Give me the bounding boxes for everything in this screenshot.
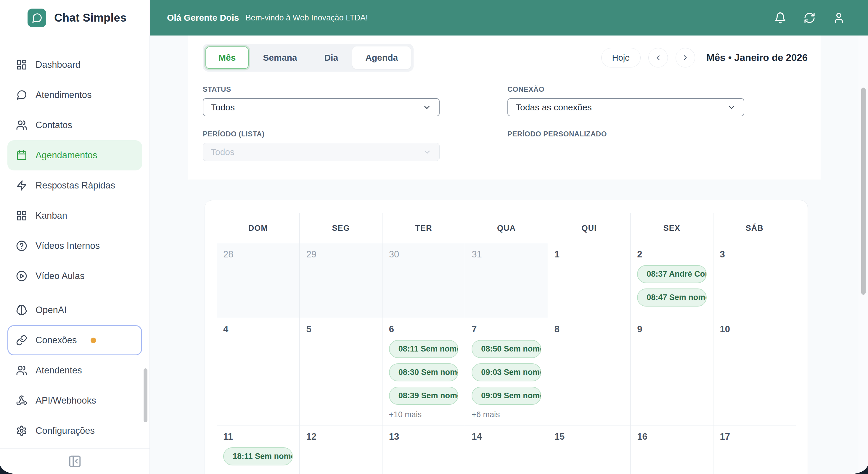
day-cell-11[interactable]: 1118:11 Sem nome [217,425,299,474]
page-scrollbar-track[interactable] [859,35,868,474]
sidebar-item-openai[interactable]: OpenAI [7,295,142,325]
sidebar-item-respostas-rapidas[interactable]: Respostas Rápidas [7,170,142,200]
users-icon [16,120,27,131]
refresh-icon [803,12,815,24]
day-cell-7[interactable]: 708:50 Sem nome09:03 Sem nome09:09 Sem n… [465,318,547,425]
brain-icon [16,305,27,316]
day-cell-3[interactable]: 3 [713,243,796,318]
event-pill[interactable]: 08:37 André Corrêa [637,265,706,283]
sidebar-item-conexoes[interactable]: Conexões [7,325,142,355]
help-circle-icon [16,240,27,252]
day-cell-12[interactable]: 12 [299,425,382,474]
day-cell-16[interactable]: 16 [630,425,713,474]
more-events-link[interactable]: +10 mais [389,410,458,419]
filter-custom-period: PERÍODO PERSONALIZADO [507,130,744,161]
connection-select-value: Todas as conexões [516,102,592,113]
event-pill[interactable]: 08:50 Sem nome [472,340,541,358]
collapse-sidebar-button[interactable] [68,454,82,468]
sidebar-item-dashboard[interactable]: Dashboard [7,50,142,80]
calendar-weekday-header: DOMSEGTERQUAQUISEXSÁB [217,213,796,243]
day-cell-4[interactable]: 4 [217,318,299,425]
day-number: 12 [306,432,375,442]
day-cell-29[interactable]: 29 [299,243,382,318]
sidebar-nav: DashboardAtendimentosContatosAgendamento… [0,36,150,448]
filter-status: STATUS Todos [203,85,440,116]
sidebar-scrollbar-thumb[interactable] [144,368,148,422]
day-cell-17[interactable]: 17 [713,425,796,474]
sidebar-item-atendimentos[interactable]: Atendimentos [7,80,142,110]
tab-mes[interactable]: Mês [206,46,249,69]
connection-select[interactable]: Todas as conexões [507,98,744,116]
more-events-link[interactable]: +6 mais [472,410,541,419]
sidebar-item-atendentes[interactable]: Atendentes [7,355,142,385]
zap-icon [16,180,27,191]
weekday-qua: QUA [465,213,547,243]
chevron-down-icon [423,148,432,157]
day-cell-28[interactable]: 28 [217,243,299,318]
sync-button[interactable] [803,12,815,24]
sidebar-item-configuracoes[interactable]: Configurações [7,416,142,446]
tab-semana[interactable]: Semana [250,46,310,69]
tab-dia[interactable]: Dia [311,46,351,69]
chevron-left-icon [654,54,662,62]
sidebar-item-label: Dashboard [35,60,81,70]
sidebar-item-contatos[interactable]: Contatos [7,110,142,140]
day-number: 17 [720,432,789,442]
layout-dashboard-icon [16,59,27,70]
day-cell-9[interactable]: 9 [630,318,713,425]
calendar-grid: 282930311208:37 André Corrêa08:47 Sem no… [217,243,796,474]
brand-name: Chat Simples [54,11,126,24]
day-cell-30[interactable]: 30 [382,243,465,318]
today-button[interactable]: Hoje [601,48,641,67]
tab-agenda[interactable]: Agenda [352,46,411,69]
event-pill[interactable]: 08:30 Sem nome [389,364,458,381]
weekday-sab: SÁB [713,213,796,243]
connection-label: CONEXÃO [507,85,744,94]
day-number: 29 [306,249,375,260]
period-list-label: PERÍODO (LISTA) [203,130,440,138]
sidebar-item-label: Vídeos Internos [35,241,100,251]
day-cell-5[interactable]: 5 [299,318,382,425]
event-pill[interactable]: 09:03 Sem nome [472,364,541,381]
app-window: Chat Simples DashboardAtendimentosContat… [0,0,868,474]
sidebar-item-videos-internos[interactable]: Vídeos Internos [7,231,142,261]
day-cell-13[interactable]: 13 [382,425,465,474]
sidebar-item-kanban[interactable]: Kanban [7,200,142,231]
brain-icon [16,305,27,316]
weekday-seg: SEG [299,213,382,243]
greeting-text: Olá Gerente Dois [167,13,239,23]
event-pill[interactable]: 08:47 Sem nome [637,288,706,307]
sidebar-item-label: Contatos [35,120,72,130]
account-button[interactable] [833,12,845,24]
day-cell-14[interactable]: 14 [465,425,547,474]
view-tabs: MêsSemanaDiaAgenda [203,44,413,72]
day-cell-1[interactable]: 1 [548,243,630,318]
sidebar-item-video-aulas[interactable]: Vídeo Aulas [7,261,142,291]
page-scrollbar-thumb[interactable] [861,88,866,295]
day-cell-15[interactable]: 15 [548,425,630,474]
day-cell-2[interactable]: 208:37 André Corrêa08:47 Sem nome [630,243,713,318]
previous-period-button[interactable] [648,48,668,67]
sidebar-item-label: Atendimentos [35,90,92,100]
day-number: 15 [555,432,624,442]
event-pill[interactable]: 08:11 Sem nome [389,340,458,358]
layout-grid-icon [16,210,27,221]
notifications-button[interactable] [774,12,786,24]
calendar-icon [16,150,27,161]
weekday-qui: QUI [548,213,630,243]
users-icon [16,120,27,131]
event-pill[interactable]: 08:39 Sem nome [389,387,458,405]
chevron-down-icon [423,103,431,112]
chevron-right-icon [681,54,689,62]
day-cell-31[interactable]: 31 [465,243,547,318]
day-cell-6[interactable]: 608:11 Sem nome08:30 Sem nome08:39 Sem n… [382,318,465,425]
day-cell-10[interactable]: 10 [713,318,796,425]
status-select[interactable]: Todos [203,98,440,116]
sidebar-item-agendamentos[interactable]: Agendamentos [7,140,142,170]
next-period-button[interactable] [676,48,695,67]
welcome-text: Bem-vindo à Web Inovação LTDA! [245,13,368,23]
event-pill[interactable]: 09:09 Sem nome [472,387,541,405]
sidebar-item-api-webhooks[interactable]: API/Webhooks [7,385,142,416]
event-pill[interactable]: 18:11 Sem nome [223,447,293,466]
day-cell-8[interactable]: 8 [548,318,630,425]
